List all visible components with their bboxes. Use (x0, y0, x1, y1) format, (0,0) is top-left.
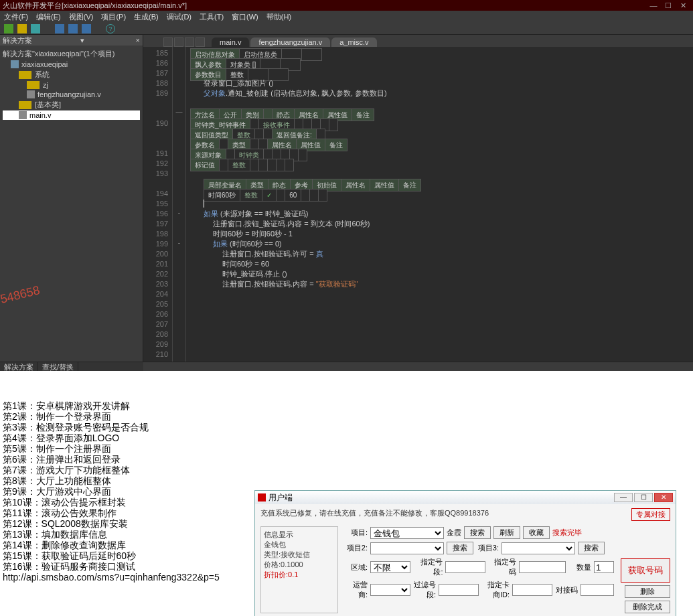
build-icon[interactable] (17, 24, 27, 33)
tab-main[interactable]: main.v (212, 37, 249, 47)
tab-fz[interactable]: fengzhuangzujian.v (250, 37, 330, 47)
menu-view[interactable]: 视图(V) (69, 12, 94, 22)
project-select[interactable]: 金钱包 (370, 527, 444, 539)
editor-tabs: main.v fengzhuangzujian.v a_misc.v (143, 35, 693, 47)
run-icon[interactable] (4, 24, 13, 33)
code-l188[interactable]: 登录窗口_添加图片 () (190, 78, 693, 88)
nav-fwd-icon[interactable] (174, 37, 183, 47)
exclusive-button[interactable]: 专属对接 (631, 508, 670, 521)
menu-file[interactable]: 文件(F) (4, 12, 28, 22)
code-area[interactable]: 185186187188189 190 191192193 194 195196… (143, 47, 693, 362)
notice-text: 充值系统已修复，请在线充值，充值备注不能修改，客服QQ89918376 (260, 508, 489, 521)
client-max-button[interactable]: ☐ (634, 493, 653, 502)
menubar: 文件(F) 编辑(E) 视图(V) 项目(P) 生成(B) 调试(D) 工具(T… (0, 11, 693, 23)
info-line-4: 折扣价:0.1 (264, 570, 335, 580)
label-project2: 项目2: (345, 543, 368, 553)
label-pair: 对接码 (555, 585, 578, 595)
lesson-2: 第2课：制作一个登录界面 (3, 411, 690, 422)
lesson-7: 第7课：游戏大厅下功能框整体 (3, 465, 690, 475)
search-button-1[interactable]: 搜索 (464, 526, 491, 539)
menu-project[interactable]: 项目(P) (101, 12, 126, 22)
solution-header: 解决方案 ▾ × (0, 35, 143, 46)
client-min-button[interactable]: — (614, 493, 633, 502)
max-icon[interactable]: ☐ (661, 1, 676, 10)
info-line-3: 价格:0.1000 (264, 560, 335, 570)
delete-button[interactable]: 删除 (625, 585, 670, 598)
tree-file-main[interactable]: main.v (3, 110, 140, 120)
tree-project[interactable]: xiaxiaxueqipai (3, 60, 140, 69)
tab-find[interactable]: 查找/替换 (38, 362, 78, 371)
panel-close-icon[interactable]: × (136, 36, 140, 44)
info-line-2: 类型:接收短信 (264, 550, 335, 560)
label-project3: 项目3: (476, 543, 499, 553)
menu-debug[interactable]: 调试(D) (167, 12, 191, 22)
editor-hscroll[interactable] (143, 362, 693, 371)
fav-button[interactable]: 收藏 (523, 526, 550, 539)
tree-folder-system[interactable]: 系统 (3, 69, 140, 80)
card-input[interactable] (512, 584, 552, 596)
label-project: 项目: (345, 528, 368, 538)
ide-window: 火山软件开发平台[xiaxiaxueqipai/xiaxiaxueqipai/m… (0, 0, 693, 371)
action-column: 获取号码 删除 删除完成 (621, 526, 670, 613)
solution-tree[interactable]: 解决方案"xiaxiaxueqipai"(1个项目) xiaxiaxueqipa… (0, 46, 143, 362)
lesson-5: 第5课：制作一个注册界面 (3, 443, 690, 454)
pair-input[interactable] (581, 584, 614, 596)
info-line-1: 金钱包 (264, 540, 335, 550)
panel-pin-icon[interactable]: ▾ (80, 36, 84, 45)
label-card: 指定卡商ID: (481, 580, 510, 600)
delete-done-button[interactable]: 删除完成 (625, 601, 670, 613)
menu-help[interactable]: 帮助(H) (266, 12, 291, 22)
app-icon (258, 493, 266, 502)
tree-folder-base[interactable]: [基本类] (3, 99, 140, 110)
lesson-6: 第6课：注册弹出和返回登录 (3, 454, 690, 465)
carrier-select[interactable] (370, 584, 410, 596)
info-box: 信息显示 金钱包 类型:接收短信 价格:0.1000 折扣价:0.1 (260, 526, 338, 613)
toolbar: ? (0, 23, 693, 35)
nav-back-icon[interactable] (163, 37, 173, 47)
nav-down-icon[interactable] (196, 37, 205, 47)
gutter: 185186187188189 190 191192193 194 195196… (143, 47, 173, 362)
tree-root[interactable]: 解决方案"xiaxiaxueqipai"(1个项目) (3, 48, 140, 60)
search-button-2[interactable]: 搜索 (447, 542, 473, 554)
project2-select[interactable] (370, 542, 444, 554)
nav-up-icon[interactable] (185, 37, 194, 47)
cut-icon[interactable] (82, 24, 91, 33)
exclude-input[interactable] (439, 584, 479, 596)
label-spec2: 指定号码 (488, 557, 516, 577)
tool-icon[interactable] (31, 24, 40, 33)
notice-bar: 充值系统已修复，请在线充值，充值备注不能修改，客服QQ89918376 专属对接 (260, 508, 670, 521)
form-column: 项目: 金钱包 金霞 搜索 刷新 收藏 搜索完毕 项目2: 搜索 项目3: 搜索 (345, 526, 614, 613)
tree-folder-zj[interactable]: zj (3, 80, 140, 90)
menu-build[interactable]: 生成(B) (134, 12, 159, 22)
paste-icon[interactable] (68, 24, 78, 33)
info-header: 信息显示 (264, 530, 335, 540)
fold-column[interactable]: — -- (173, 47, 186, 362)
menu-tools[interactable]: 工具(T) (200, 12, 224, 22)
solution-panel: 解决方案 ▾ × 解决方案"xiaxiaxueqipai"(1个项目) xiax… (0, 35, 143, 362)
refresh-button[interactable]: 刷新 (493, 526, 520, 539)
lesson-3: 第3课：检测登录账号密码是否合规 (3, 422, 690, 433)
client-window: 用户端 — ☐ ✕ 充值系统已修复，请在线充值，充值备注不能修改，客服QQ899… (254, 490, 676, 616)
search-button-3[interactable]: 搜索 (578, 542, 605, 554)
tab-misc[interactable]: a_misc.v (331, 37, 376, 47)
code-lines[interactable]: 启动信息对象启动信息类 飘入参数对象类 [] 参数数目整数 登录窗口_添加图片 … (186, 47, 693, 362)
spec-input[interactable] (445, 561, 485, 573)
tab-solution[interactable]: 解决方案 (0, 362, 38, 371)
label-area: 区域: (345, 562, 368, 572)
lesson-1: 第1课：安卓棋牌游戏开发讲解 (3, 400, 690, 411)
client-close-button[interactable]: ✕ (654, 493, 673, 502)
spec2-input[interactable] (519, 561, 566, 573)
area-select[interactable]: 不限 (370, 561, 410, 573)
menu-edit[interactable]: 编辑(E) (36, 12, 61, 22)
client-title: 用户端 (268, 492, 293, 504)
solution-bottom-tabs: 解决方案 查找/替换 (0, 362, 143, 371)
copy-icon[interactable] (55, 24, 64, 33)
qty-input[interactable] (594, 561, 614, 573)
project3-select[interactable] (502, 542, 575, 554)
close-icon[interactable]: ✕ (676, 1, 690, 10)
min-icon[interactable]: — (646, 1, 661, 9)
get-number-button[interactable]: 获取号码 (621, 558, 670, 583)
menu-window[interactable]: 窗口(W) (232, 12, 258, 22)
help-icon[interactable]: ? (106, 24, 115, 33)
tree-file-fz[interactable]: fengzhuangzujian.v (3, 90, 140, 99)
